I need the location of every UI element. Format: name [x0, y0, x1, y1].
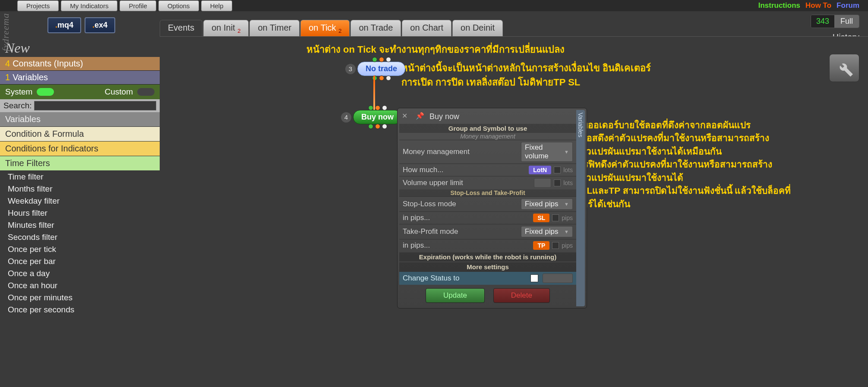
change-status-checkbox[interactable]	[530, 274, 538, 282]
change-status-input[interactable]	[543, 274, 573, 283]
tab-on-deinit[interactable]: on Deinit	[452, 20, 503, 37]
variables-label: Variables	[13, 72, 48, 82]
tp-mode-select[interactable]: Fixed pips▼	[521, 226, 573, 237]
menu-profile[interactable]: Profile	[120, 0, 156, 11]
tab-events[interactable]: Events	[160, 20, 202, 37]
row-tp-pips: in pips... TP pips	[399, 239, 576, 252]
node-buy-now[interactable]: 4 Buy now	[341, 110, 402, 124]
top-right-links: Instructions How To Forum	[758, 1, 859, 10]
filetype-mq4-button[interactable]: .mq4	[47, 17, 81, 33]
tab-on-tick[interactable]: on Tick 2	[300, 20, 350, 37]
list-item[interactable]: Seconds filter	[0, 231, 160, 243]
row-tp-mode: Take-Profit mode Fixed pips▼	[399, 224, 576, 239]
close-icon[interactable]: ✕	[402, 112, 411, 121]
search-label: Search:	[3, 101, 32, 110]
row-label: Take-Profit mode	[403, 227, 521, 236]
hint-sub: หน้าต่างนี้จะเป็นหน้าต่างหลักในการสร้างเ…	[401, 61, 651, 89]
subsection-sltp: Stop-Loss and Take-Profit	[399, 189, 576, 196]
constants-count: 4	[5, 59, 10, 68]
search-row: Search:	[0, 99, 160, 112]
money-mgmt-select[interactable]: Fixed volume▼	[521, 142, 573, 162]
sl-variable-badge[interactable]: SL	[533, 214, 549, 222]
lots-checkbox[interactable]	[554, 167, 561, 173]
node-index: 3	[345, 64, 356, 74]
node-bubble[interactable]: Buy now	[353, 110, 402, 124]
node-label: No trade	[366, 64, 397, 73]
counter-value: 343	[811, 15, 834, 28]
row-label: Change Status to	[403, 274, 530, 283]
section-variables[interactable]: 1Variables	[0, 71, 160, 85]
menu-options[interactable]: Options	[158, 0, 199, 11]
node-connector	[373, 76, 375, 110]
delete-button[interactable]: Delete	[493, 288, 550, 303]
list-item[interactable]: Minutes filter	[0, 219, 160, 231]
link-howto[interactable]: How To	[805, 1, 831, 10]
pips-checkbox[interactable]	[552, 242, 559, 249]
sl-mode-select[interactable]: Fixed pips▼	[521, 198, 573, 210]
section-group-symbol[interactable]: Group and Symbol to use	[399, 124, 576, 133]
search-input[interactable]	[34, 101, 156, 110]
link-instructions[interactable]: Instructions	[758, 1, 800, 10]
list-item[interactable]: Hours filter	[0, 207, 160, 219]
toggle-custom[interactable]	[137, 88, 155, 96]
menu-my-indicators[interactable]: My Indicators	[61, 0, 117, 11]
list-item[interactable]: Once per seconds	[0, 304, 160, 316]
menu-help[interactable]: Help	[201, 0, 233, 11]
property-panel: ✕ 📌 Buy now Group and Symbol to use Mone…	[397, 108, 587, 308]
pin-icon[interactable]: 📌	[416, 112, 425, 121]
tp-variable-badge[interactable]: TP	[533, 241, 549, 250]
unit-label: pips	[562, 242, 573, 249]
list-item[interactable]: Months filter	[0, 183, 160, 195]
category-condition-formula[interactable]: Condition & Formula	[0, 127, 160, 142]
row-label: How much...	[403, 166, 529, 174]
section-more-settings[interactable]: More settings	[399, 262, 576, 271]
select-value: Fixed pips	[525, 227, 558, 236]
link-forum[interactable]: Forum	[836, 1, 859, 10]
event-tabs: Events on Init 2 on Timer on Tick 2 on T…	[160, 20, 504, 37]
list-item[interactable]: Weekday filter	[0, 195, 160, 207]
category-variables[interactable]: Variables	[0, 112, 160, 127]
category-conditions-indicators[interactable]: Conditions for Indicators	[0, 142, 160, 156]
filetype-ex4-label: ex4	[95, 21, 107, 29]
unit-label: lots	[563, 179, 573, 186]
panel-side-tab-variables[interactable]: Variables	[576, 110, 585, 306]
pips-checkbox[interactable]	[552, 214, 559, 221]
toggle-custom-label: Custom	[105, 87, 133, 97]
update-button[interactable]: Update	[426, 288, 485, 303]
settings-wrench-button[interactable]	[829, 54, 859, 82]
filetype-ex4-button[interactable]: .ex4	[85, 17, 115, 33]
section-expiration[interactable]: Expiration (works while the robot is run…	[399, 252, 576, 261]
counter-pill[interactable]: 343 Full	[811, 15, 859, 28]
tab-on-init[interactable]: on Init 2	[203, 20, 249, 37]
wrench-icon	[834, 58, 855, 79]
toggle-row: System Custom	[0, 85, 160, 99]
section-constants[interactable]: 4Constants (Inputs)	[0, 57, 160, 71]
toggle-system[interactable]	[37, 88, 54, 96]
tab-label: on Tick	[309, 23, 336, 32]
list-item[interactable]: Once per tick	[0, 243, 160, 255]
tab-on-trade[interactable]: on Trade	[350, 20, 401, 37]
menu-projects[interactable]: Projects	[17, 0, 59, 11]
row-money-management: Money management Fixed volume▼	[399, 140, 576, 164]
category-time-filters[interactable]: Time Filters	[0, 156, 160, 171]
unit-label: lots	[563, 167, 573, 173]
list-item[interactable]: Once a day	[0, 267, 160, 280]
tab-on-timer[interactable]: on Timer	[249, 20, 300, 37]
node-bubble[interactable]: No trade	[357, 62, 405, 76]
list-item[interactable]: Once an hour	[0, 280, 160, 292]
constants-label: Constants (Inputs)	[13, 59, 83, 68]
list-item[interactable]: Once per minutes	[0, 292, 160, 304]
lots-checkbox[interactable]	[554, 179, 561, 186]
list-item[interactable]: Once per bar	[0, 255, 160, 267]
row-label: in pips...	[403, 241, 533, 250]
select-value: Fixed volume	[525, 143, 564, 160]
canvas[interactable]: หน้าต่าง on Tick จะทำงานทุกๆทิกของราคาที…	[160, 36, 868, 387]
lot-variable-badge[interactable]: LotN	[529, 166, 551, 174]
row-volume-upper: Volume upper limit lots	[399, 176, 576, 189]
row-sl-mode: Stop-Loss mode Fixed pips▼	[399, 196, 576, 211]
volume-upper-input[interactable]	[534, 178, 551, 188]
node-no-trade[interactable]: 3 No trade	[345, 62, 405, 76]
main-area: 343 Full History Events on Init 2 on Tim…	[160, 11, 868, 387]
tab-on-chart[interactable]: on Chart	[402, 20, 451, 37]
list-item[interactable]: Time filter	[0, 171, 160, 183]
